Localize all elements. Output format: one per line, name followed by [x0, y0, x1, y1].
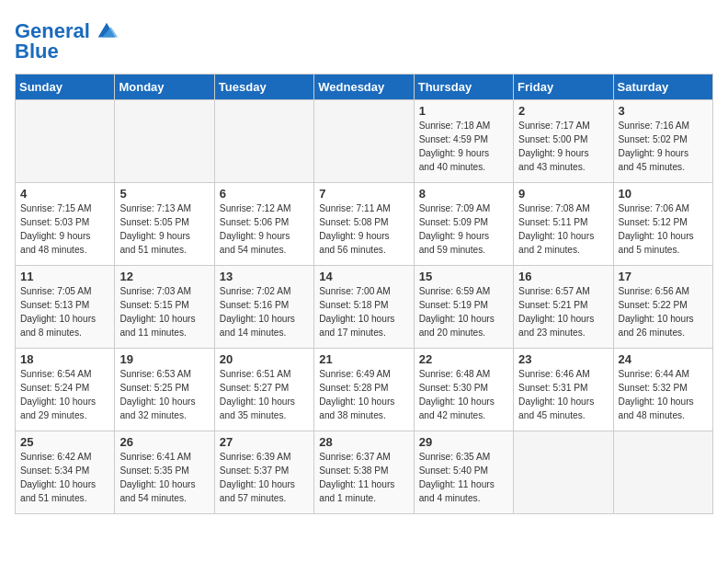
day-info: Sunrise: 6:39 AM Sunset: 5:37 PM Dayligh…: [220, 451, 309, 505]
day-number: 16: [518, 270, 608, 283]
day-info: Sunrise: 7:08 AM Sunset: 5:11 PM Dayligh…: [518, 202, 608, 257]
calendar-cell: 28Sunrise: 6:37 AM Sunset: 5:38 PM Dayli…: [314, 431, 414, 514]
day-number: 29: [419, 435, 508, 449]
day-number: 25: [20, 435, 109, 449]
day-number: 24: [619, 352, 708, 366]
column-header-saturday: Saturday: [613, 75, 712, 100]
column-header-tuesday: Tuesday: [214, 75, 313, 100]
calendar-cell: 11Sunrise: 7:05 AM Sunset: 5:13 PM Dayli…: [16, 266, 115, 349]
day-number: 23: [518, 352, 608, 366]
day-info: Sunrise: 7:12 AM Sunset: 5:06 PM Dayligh…: [220, 202, 309, 257]
day-number: 8: [419, 187, 508, 201]
day-number: 9: [518, 187, 608, 201]
calendar-cell: 14Sunrise: 7:00 AM Sunset: 5:18 PM Dayli…: [314, 266, 414, 349]
calendar-cell: [115, 100, 214, 183]
day-number: 27: [220, 435, 309, 449]
calendar-header-row: SundayMondayTuesdayWednesdayThursdayFrid…: [16, 75, 713, 100]
calendar-cell: 27Sunrise: 6:39 AM Sunset: 5:37 PM Dayli…: [214, 431, 313, 514]
calendar-cell: 21Sunrise: 6:49 AM Sunset: 5:28 PM Dayli…: [314, 349, 414, 431]
day-number: 2: [518, 104, 608, 118]
calendar-cell: 3Sunrise: 7:16 AM Sunset: 5:02 PM Daylig…: [613, 100, 712, 183]
day-info: Sunrise: 6:42 AM Sunset: 5:34 PM Dayligh…: [20, 451, 109, 505]
calendar-week-row: 11Sunrise: 7:05 AM Sunset: 5:13 PM Dayli…: [16, 266, 713, 349]
calendar-cell: 18Sunrise: 6:54 AM Sunset: 5:24 PM Dayli…: [16, 349, 115, 431]
calendar-cell: 17Sunrise: 6:56 AM Sunset: 5:22 PM Dayli…: [613, 266, 712, 349]
calendar-cell: 15Sunrise: 6:59 AM Sunset: 5:19 PM Dayli…: [414, 266, 513, 349]
day-info: Sunrise: 7:17 AM Sunset: 5:00 PM Dayligh…: [518, 120, 608, 174]
day-info: Sunrise: 7:05 AM Sunset: 5:13 PM Dayligh…: [20, 285, 109, 339]
day-number: 1: [419, 104, 508, 118]
day-number: 15: [419, 270, 508, 283]
day-info: Sunrise: 6:53 AM Sunset: 5:25 PM Dayligh…: [119, 368, 209, 422]
day-info: Sunrise: 6:49 AM Sunset: 5:28 PM Dayligh…: [319, 368, 408, 422]
day-number: 4: [20, 187, 109, 201]
day-number: 21: [319, 352, 408, 366]
calendar-week-row: 25Sunrise: 6:42 AM Sunset: 5:34 PM Dayli…: [16, 431, 713, 514]
day-info: Sunrise: 6:54 AM Sunset: 5:24 PM Dayligh…: [20, 368, 109, 422]
calendar-cell: 4Sunrise: 7:15 AM Sunset: 5:03 PM Daylig…: [16, 183, 115, 266]
column-header-monday: Monday: [115, 75, 214, 100]
day-info: Sunrise: 6:35 AM Sunset: 5:40 PM Dayligh…: [419, 451, 508, 505]
day-info: Sunrise: 7:18 AM Sunset: 4:59 PM Dayligh…: [419, 120, 508, 174]
day-number: 10: [619, 187, 708, 201]
calendar-cell: 26Sunrise: 6:41 AM Sunset: 5:35 PM Dayli…: [115, 431, 214, 514]
calendar-cell: 7Sunrise: 7:11 AM Sunset: 5:08 PM Daylig…: [314, 183, 414, 266]
day-number: 20: [220, 352, 309, 366]
day-number: 19: [119, 352, 209, 366]
calendar-cell: [214, 100, 313, 183]
day-info: Sunrise: 6:46 AM Sunset: 5:31 PM Dayligh…: [518, 368, 608, 422]
calendar-cell: 10Sunrise: 7:06 AM Sunset: 5:12 PM Dayli…: [613, 183, 712, 266]
day-number: 11: [20, 270, 109, 283]
day-number: 28: [319, 435, 408, 449]
day-info: Sunrise: 6:37 AM Sunset: 5:38 PM Dayligh…: [319, 451, 408, 505]
calendar-cell: [514, 431, 613, 514]
calendar-cell: 20Sunrise: 6:51 AM Sunset: 5:27 PM Dayli…: [214, 349, 313, 431]
day-info: Sunrise: 7:03 AM Sunset: 5:15 PM Dayligh…: [119, 285, 209, 339]
page-header: General Blue: [15, 15, 713, 63]
day-number: 14: [319, 270, 408, 283]
column-header-wednesday: Wednesday: [314, 75, 414, 100]
column-header-thursday: Thursday: [414, 75, 513, 100]
day-number: 17: [619, 270, 708, 283]
day-number: 13: [220, 270, 309, 283]
logo: General Blue: [15, 18, 119, 63]
day-number: 18: [20, 352, 109, 366]
calendar-cell: 12Sunrise: 7:03 AM Sunset: 5:15 PM Dayli…: [115, 266, 214, 349]
column-header-friday: Friday: [514, 75, 613, 100]
day-info: Sunrise: 7:15 AM Sunset: 5:03 PM Dayligh…: [20, 202, 109, 257]
day-number: 6: [220, 187, 309, 201]
calendar-cell: 1Sunrise: 7:18 AM Sunset: 4:59 PM Daylig…: [414, 100, 513, 183]
day-number: 26: [119, 435, 209, 449]
calendar-cell: 16Sunrise: 6:57 AM Sunset: 5:21 PM Dayli…: [514, 266, 613, 349]
calendar-cell: 29Sunrise: 6:35 AM Sunset: 5:40 PM Dayli…: [414, 431, 513, 514]
day-info: Sunrise: 6:57 AM Sunset: 5:21 PM Dayligh…: [518, 285, 608, 339]
calendar-cell: 2Sunrise: 7:17 AM Sunset: 5:00 PM Daylig…: [514, 100, 613, 183]
day-number: 7: [319, 187, 408, 201]
calendar-cell: 22Sunrise: 6:48 AM Sunset: 5:30 PM Dayli…: [414, 349, 513, 431]
day-info: Sunrise: 6:59 AM Sunset: 5:19 PM Dayligh…: [419, 285, 508, 339]
calendar-cell: 5Sunrise: 7:13 AM Sunset: 5:05 PM Daylig…: [115, 183, 214, 266]
calendar-table: SundayMondayTuesdayWednesdayThursdayFrid…: [15, 74, 713, 514]
column-header-sunday: Sunday: [16, 75, 115, 100]
calendar-week-row: 4Sunrise: 7:15 AM Sunset: 5:03 PM Daylig…: [16, 183, 713, 266]
logo-icon: [94, 18, 119, 44]
day-number: 3: [619, 104, 708, 118]
calendar-cell: 6Sunrise: 7:12 AM Sunset: 5:06 PM Daylig…: [214, 183, 313, 266]
day-number: 22: [419, 352, 508, 366]
calendar-cell: 25Sunrise: 6:42 AM Sunset: 5:34 PM Dayli…: [16, 431, 115, 514]
day-info: Sunrise: 7:09 AM Sunset: 5:09 PM Dayligh…: [419, 202, 508, 257]
day-info: Sunrise: 6:48 AM Sunset: 5:30 PM Dayligh…: [419, 368, 508, 422]
calendar-cell: [314, 100, 414, 183]
day-info: Sunrise: 7:00 AM Sunset: 5:18 PM Dayligh…: [319, 285, 408, 339]
calendar-cell: 19Sunrise: 6:53 AM Sunset: 5:25 PM Dayli…: [115, 349, 214, 431]
calendar-cell: 9Sunrise: 7:08 AM Sunset: 5:11 PM Daylig…: [514, 183, 613, 266]
day-info: Sunrise: 6:41 AM Sunset: 5:35 PM Dayligh…: [119, 451, 209, 505]
day-number: 12: [119, 270, 209, 283]
calendar-cell: [16, 100, 115, 183]
calendar-cell: 23Sunrise: 6:46 AM Sunset: 5:31 PM Dayli…: [514, 349, 613, 431]
calendar-week-row: 18Sunrise: 6:54 AM Sunset: 5:24 PM Dayli…: [16, 349, 713, 431]
day-info: Sunrise: 6:56 AM Sunset: 5:22 PM Dayligh…: [619, 285, 708, 339]
calendar-cell: [613, 431, 712, 514]
day-info: Sunrise: 7:13 AM Sunset: 5:05 PM Dayligh…: [119, 202, 209, 257]
day-info: Sunrise: 7:02 AM Sunset: 5:16 PM Dayligh…: [220, 285, 309, 339]
